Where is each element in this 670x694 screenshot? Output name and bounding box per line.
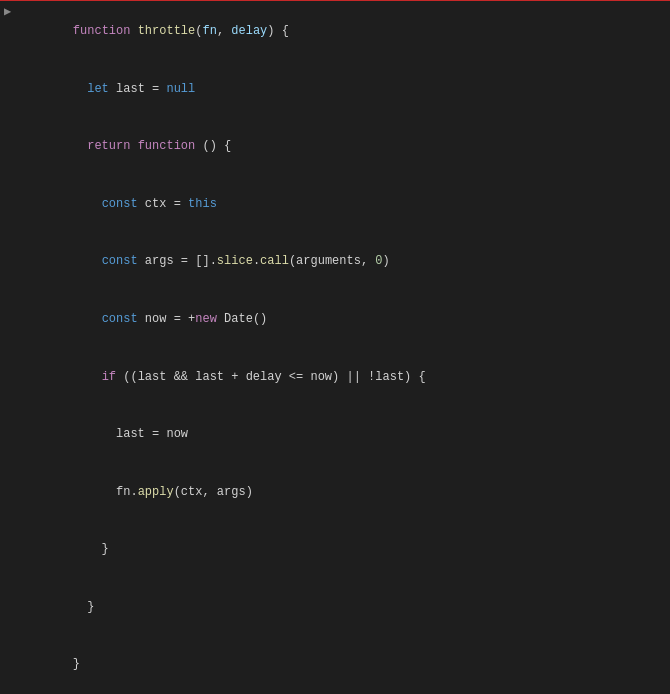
code-line: last = now (0, 406, 670, 464)
code-line: if ((last && last + delay <= now) || !la… (0, 348, 670, 406)
code-block-1: ▶ function throttle(fn, delay) { let las… (0, 0, 670, 694)
code-line: const now = +new Date() (0, 291, 670, 349)
console-panel: ▶ function throttle(fn, delay) { let las… (0, 0, 670, 694)
code-line: } (0, 521, 670, 579)
code-line: return function () { (0, 118, 670, 176)
code-line: fn.apply(ctx, args) (0, 464, 670, 522)
collapse-arrow[interactable]: ▶ (4, 3, 11, 22)
code-line: const args = [].slice.call(arguments, 0) (0, 233, 670, 291)
fn-name: throttle (138, 24, 196, 38)
code-line: } (0, 579, 670, 637)
code-line: let last = null (0, 61, 670, 119)
code-line: } (0, 636, 670, 694)
code-line: ▶ function throttle(fn, delay) { (0, 3, 670, 61)
keyword: function (73, 24, 131, 38)
code-line: const ctx = this (0, 176, 670, 234)
code-content: function throttle(fn, delay) { (15, 3, 666, 61)
